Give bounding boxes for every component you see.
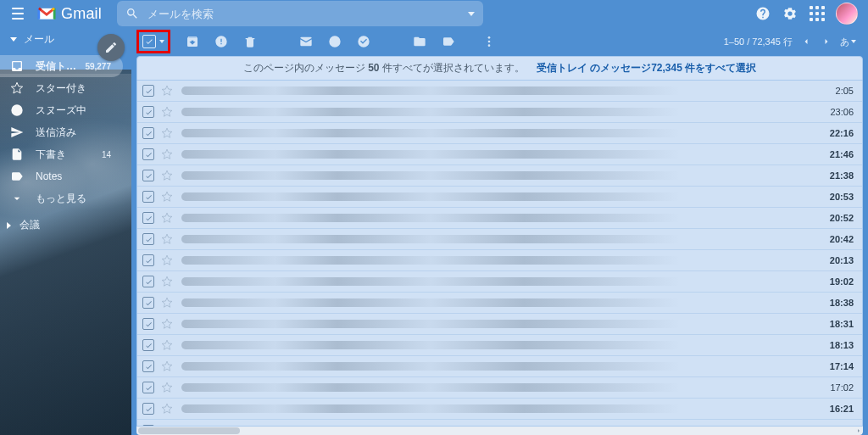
archive-icon[interactable] (186, 35, 199, 48)
row-checkbox[interactable] (142, 276, 154, 287)
gmail-logo[interactable]: Gmail (37, 5, 102, 23)
message-row[interactable]: 20:53 (137, 187, 862, 208)
sidebar-item-more[interactable]: もっと見る (0, 187, 123, 209)
row-checkbox[interactable] (142, 382, 154, 393)
star-icon[interactable] (161, 403, 173, 415)
row-checkbox[interactable] (142, 191, 154, 203)
message-preview-redacted (181, 298, 804, 307)
row-checkbox[interactable] (142, 403, 154, 415)
report-spam-icon[interactable] (214, 35, 228, 48)
star-icon[interactable] (161, 148, 173, 160)
row-checkbox[interactable] (142, 212, 154, 224)
labels-icon[interactable] (442, 35, 455, 48)
star-icon[interactable] (161, 360, 173, 372)
row-checkbox[interactable] (142, 106, 154, 118)
message-row[interactable]: 18:31 (137, 314, 862, 335)
star-icon[interactable] (161, 212, 173, 224)
snooze-icon[interactable] (328, 35, 342, 48)
add-task-icon[interactable] (357, 35, 370, 48)
select-menu-caret-icon[interactable] (159, 40, 164, 43)
star-icon[interactable] (161, 254, 173, 266)
sidebar-item-sent[interactable]: 送信済み (0, 121, 123, 143)
main-menu-icon[interactable] (10, 6, 25, 21)
message-time: 20:53 (816, 192, 854, 202)
banner-before: このページ内のメッセージ (243, 62, 368, 74)
main-panel: 1–50 / 72,345 行 あ このページ内のメッセージ 50 件すべてが選… (131, 27, 868, 435)
row-checkbox[interactable] (142, 85, 154, 97)
chevron-right-icon (7, 222, 11, 229)
sidebar-item-snoozed[interactable]: スヌーズ中 (0, 99, 123, 121)
star-icon[interactable] (161, 318, 173, 330)
message-row[interactable]: 16:21 (137, 399, 862, 420)
sidebar-section-meet[interactable]: 会議 (0, 209, 131, 232)
message-row[interactable]: 17:14 (137, 356, 862, 377)
row-checkbox[interactable] (142, 360, 154, 372)
horizontal-scrollbar[interactable] (136, 427, 863, 435)
input-toggle[interactable]: あ (840, 36, 856, 48)
message-row[interactable]: 23:06 (137, 102, 862, 123)
message-row[interactable]: 20:13 (137, 250, 862, 271)
search-input[interactable] (147, 8, 461, 20)
select-all-in-label-link[interactable]: 受信トレイ のメッセージ72,345 件をすべて選択 (537, 61, 756, 75)
more-icon (10, 192, 24, 205)
message-row[interactable]: 22:16 (137, 123, 862, 144)
sidebar-item-label: スヌーズ中 (36, 103, 111, 118)
row-checkbox[interactable] (142, 254, 154, 266)
account-avatar[interactable] (836, 3, 858, 25)
row-checkbox[interactable] (142, 148, 154, 160)
message-row[interactable]: 2:05 (137, 81, 862, 102)
message-preview-redacted (181, 277, 804, 286)
move-to-icon[interactable] (413, 35, 426, 48)
support-icon[interactable] (751, 2, 775, 25)
sidebar-item-drafts[interactable]: 下書き14 (0, 143, 123, 165)
star-icon[interactable] (161, 191, 173, 203)
row-checkbox[interactable] (142, 170, 154, 181)
row-checkbox[interactable] (142, 339, 154, 351)
star-icon[interactable] (161, 85, 173, 97)
search-options-caret-icon[interactable] (468, 12, 475, 16)
row-checkbox[interactable] (142, 233, 154, 245)
star-icon[interactable] (161, 339, 173, 351)
star-icon[interactable] (161, 382, 173, 393)
page-prev-icon[interactable] (799, 35, 813, 48)
message-row[interactable]: 20:42 (137, 229, 862, 250)
sidebar: メール 受信トレイ59,277スター付きスヌーズ中送信済み下書き14Notesも… (0, 27, 131, 435)
star-icon[interactable] (161, 106, 173, 118)
message-preview-redacted (181, 256, 804, 265)
star-icon[interactable] (161, 233, 173, 245)
message-row[interactable]: 20:52 (137, 208, 862, 229)
message-row[interactable]: 21:38 (137, 165, 862, 187)
search-icon (125, 7, 139, 20)
delete-icon[interactable] (243, 35, 257, 48)
star-icon[interactable] (161, 276, 173, 287)
star-icon[interactable] (161, 170, 173, 181)
select-all-checkbox[interactable] (142, 35, 156, 48)
message-row[interactable]: 18:13 (137, 335, 862, 356)
scrollbar-thumb[interactable] (138, 427, 240, 434)
mark-read-icon[interactable] (299, 35, 313, 48)
sidebar-item-starred[interactable]: スター付き (0, 77, 123, 99)
row-checkbox[interactable] (142, 127, 154, 139)
message-preview-redacted (181, 235, 804, 243)
message-row[interactable]: 17:02 (137, 377, 862, 399)
message-row[interactable]: 18:38 (137, 293, 862, 314)
sidebar-item-notes[interactable]: Notes (0, 165, 123, 187)
google-apps-icon[interactable] (805, 2, 829, 25)
search-box[interactable] (117, 1, 483, 26)
star-icon[interactable] (161, 297, 173, 309)
row-checkbox[interactable] (142, 318, 154, 330)
message-row[interactable]: 19:02 (137, 271, 862, 293)
page-next-icon[interactable] (820, 35, 833, 48)
row-checkbox[interactable] (142, 297, 154, 309)
compose-button[interactable] (97, 34, 125, 61)
more-icon[interactable] (482, 35, 496, 48)
settings-gear-icon[interactable] (778, 2, 802, 25)
message-preview-redacted (181, 150, 804, 159)
star-icon[interactable] (161, 127, 173, 139)
message-time: 16:21 (816, 404, 854, 414)
message-row[interactable]: 16:20 (137, 420, 862, 427)
scrollbar-right-icon[interactable] (854, 427, 863, 435)
message-time: 21:38 (816, 170, 854, 181)
message-row[interactable]: 21:46 (137, 144, 862, 165)
gmail-m-icon (37, 7, 56, 20)
